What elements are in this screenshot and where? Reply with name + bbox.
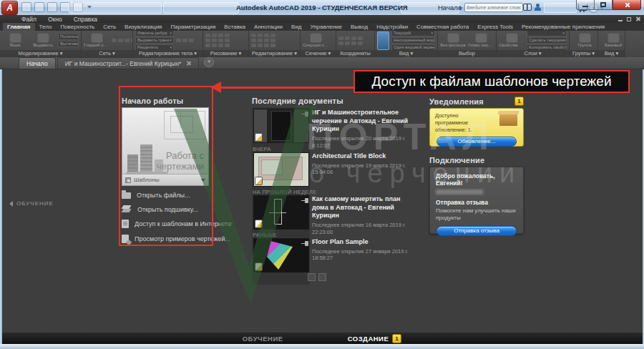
panel-label[interactable]: Редактирование тела ▾ [133,50,203,57]
tool-icon[interactable] [131,39,132,42]
sign-in-icon[interactable] [535,4,541,11]
tool-icon[interactable] [251,44,256,47]
panel-label[interactable]: Координаты [336,50,374,57]
ribbon-tab[interactable]: Аннотации [250,23,287,31]
ribbon-tab[interactable]: Визуализация [120,23,166,31]
tool-icon[interactable] [258,34,263,37]
doc-minimize-icon[interactable] [618,20,623,21]
ribbon-tool[interactable]: Свойства слоя [499,34,525,48]
tool-icon[interactable] [225,44,230,47]
ribbon-tab[interactable]: Поверхность [56,23,99,31]
pin-icon[interactable] [301,241,309,247]
tool-icon[interactable] [205,34,210,37]
tool-icon[interactable] [258,39,263,42]
pin-icon[interactable] [301,112,309,117]
panel-label[interactable]: Вид ▾ [598,50,625,57]
new-drawing-tab-button[interactable]: + [204,57,214,67]
open-file-icon[interactable] [34,2,44,12]
tool-icon[interactable] [212,34,217,37]
ribbon-dropdown[interactable]: Политело▾ [58,34,79,40]
doc-close-icon[interactable] [635,16,640,21]
ribbon-dropdown[interactable]: Выдавить грани▾ [135,37,174,44]
tool-icon[interactable] [270,44,275,47]
file-tab-drawing[interactable]: ИГ и Машиностроит...- Евгений Курицын* [57,57,200,69]
tool-icon[interactable] [251,39,256,42]
ribbon-dropdown[interactable]: Копировать свойства слоя▾ [527,44,567,50]
recent-document-item[interactable]: Floor Plan Sample Последнее открытие 27 … [252,238,412,274]
tool-icon[interactable] [189,39,194,42]
footer-tab-learn[interactable]: ОБУЧЕНИЕ [243,335,283,343]
ribbon-dropdown[interactable]: Несохраненный вид▾ [391,37,435,44]
search-expand-icon[interactable] [459,6,462,10]
document-thumbnail[interactable] [253,152,309,187]
app-menu-button[interactable]: A [1,1,18,15]
tool-icon[interactable] [225,39,230,42]
search-input[interactable] [464,3,523,12]
panel-label[interactable]: Моделирование ▾ [0,50,81,57]
ribbon-tool[interactable]: Без фильтра [440,34,466,48]
tool-icon[interactable] [251,34,256,37]
panel-label[interactable]: Выбор [438,50,496,57]
tool-icon[interactable] [212,39,217,42]
tool-icon[interactable] [270,34,275,37]
panel-label[interactable]: Редактирование ▾ [249,50,300,57]
new-file-icon[interactable] [21,2,31,12]
grid-view-icon[interactable] [318,273,326,281]
ribbon-dropdown[interactable]: Один видовой экран▾ [391,44,435,50]
tool-icon[interactable] [258,44,263,47]
search-binoculars-icon[interactable] [523,4,532,10]
ribbon-tab[interactable]: Надстройки [372,23,412,31]
ribbon-dropdown[interactable]: ▾ [527,31,567,36]
send-feedback-button[interactable]: Отправка отзыва [436,226,517,236]
save-file-icon[interactable] [47,2,57,12]
ribbon-tab[interactable]: Совместная работа [412,23,473,31]
tool-icon[interactable] [205,44,210,47]
document-title[interactable]: ИГ и Машиностроительное черчение в Авток… [312,109,411,134]
ribbon-tool[interactable]: Гладкий объект [84,34,109,48]
ribbon-tab[interactable]: Вставка [220,23,250,31]
tool-icon[interactable] [218,44,223,47]
tool-icon[interactable] [125,39,130,42]
tool-icon[interactable] [351,36,356,40]
tool-icon[interactable] [118,39,123,42]
document-title[interactable]: Floor Plan Sample [312,238,411,247]
ribbon-tab[interactable]: Express Tools [473,23,517,31]
ribbon-tab[interactable]: Управление [306,23,346,31]
tool-icon[interactable] [205,39,210,42]
tool-icon[interactable] [264,44,269,47]
ribbon-dropdown[interactable]: Извлечь ребра▾ [135,31,174,36]
close-tab-icon[interactable] [186,61,191,66]
ribbon-tool[interactable]: Гизмо переноса [468,34,494,48]
ribbon-tab[interactable]: Рекомендованные приложения [517,23,609,31]
learn-page-nav[interactable]: ОБУЧЕНИЕ [9,200,54,207]
sign-in-area[interactable] [544,3,577,13]
recent-document-item[interactable]: Как самому начертить план дома в Автокад… [252,195,412,231]
document-title[interactable]: Architectural Title Block [312,152,411,161]
tool-icon[interactable] [338,41,343,45]
tool-icon[interactable] [345,36,350,40]
tool-icon[interactable] [218,39,223,42]
update-button[interactable]: Обновление... [436,137,517,147]
menu-item[interactable]: Окно [48,16,62,23]
tool-icon[interactable] [351,41,356,45]
ribbon-tab[interactable]: Вид [287,23,306,31]
tool-icon[interactable] [176,39,181,42]
pin-icon[interactable] [301,198,309,204]
ribbon-tab[interactable]: Тело [35,23,57,31]
ribbon-tab[interactable]: Параметризация [166,23,220,31]
active-view-tool-icon[interactable] [377,31,389,50]
doc-restore-icon[interactable] [627,17,631,21]
panel-label[interactable]: Слои ▾ [497,50,569,57]
menu-item[interactable]: Файл [21,16,36,23]
panel-label[interactable]: Сеть ▾ [82,50,132,57]
tool-icon[interactable] [358,41,363,45]
tool-icon[interactable] [264,39,269,42]
panel-label[interactable]: Сечение ▾ [301,50,336,57]
tool-icon[interactable] [264,34,269,37]
tool-icon[interactable] [212,44,217,47]
tool-icon[interactable] [338,36,343,40]
document-title[interactable]: Как самому начертить план дома в Автокад… [312,195,411,220]
recent-document-item[interactable]: Architectural Title Block Последнее откр… [252,152,412,188]
menu-item[interactable]: Справка [74,16,97,23]
maximize-button[interactable] [594,0,613,10]
